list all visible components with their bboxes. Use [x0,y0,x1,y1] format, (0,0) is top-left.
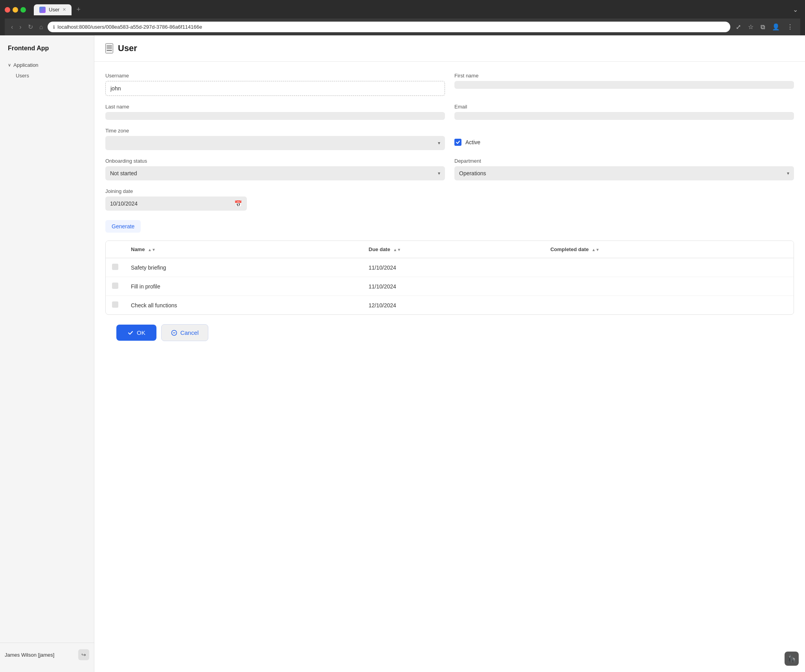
screenshot-button[interactable]: ⤢ [733,22,743,32]
sidebar-user-label: James Wilson [james] [5,652,54,658]
joining-date-label: Joining date [105,188,247,194]
address-bar[interactable]: ℹ localhost:8080/users/008ea583-a55d-297… [48,22,730,32]
traffic-light-yellow[interactable] [13,7,18,13]
onboarding-label: Onboarding status [105,158,445,164]
row-due-date-0: 11/10/2024 [362,258,544,277]
sidebar-item-users[interactable]: Users [5,70,89,81]
joining-date-input[interactable] [105,196,247,211]
lastname-label: Last name [105,104,445,110]
logout-button[interactable]: ↪ [78,649,89,660]
new-tab-button[interactable]: + [73,4,84,15]
name-sort-icon[interactable]: ▲▼ [148,248,156,252]
menu-icon: ☰ [106,44,112,52]
form-row-3: Time zone ▾ [105,128,794,150]
row-checkbox-cell [106,296,125,315]
firstname-input[interactable] [454,81,794,89]
onboarding-select[interactable]: Not started In progress Completed [105,166,445,180]
calendar-icon[interactable]: 📅 [234,200,242,207]
firstname-group: First name [454,73,794,96]
table-row: Fill in profile 11/10/2024 [106,277,794,296]
row-name-0: Safety briefing [125,258,362,277]
col-due-date-header[interactable]: Due date ▲▼ [362,241,544,258]
table-header-row: Name ▲▼ Due date ▲▼ Completed date ▲▼ [106,241,794,258]
sidebar-item-users-label: Users [16,73,29,79]
email-label: Email [454,104,794,110]
sidebar-section-label: Application [13,62,39,68]
active-group: Active [454,128,794,150]
traffic-light-red[interactable] [5,7,10,13]
ok-check-icon [127,330,134,336]
cancel-button[interactable]: Cancel [161,324,209,341]
back-button[interactable]: ‹ [9,22,15,32]
row-due-date-1: 11/10/2024 [362,277,544,296]
menu-dots-button[interactable]: ⋮ [785,22,796,32]
row-name-2: Check all functions [125,296,362,315]
timezone-select[interactable] [105,136,445,150]
due-date-sort-icon[interactable]: ▲▼ [393,248,401,252]
timezone-select-wrapper: ▾ [105,136,445,150]
timezone-group: Time zone ▾ [105,128,445,150]
col-name-header[interactable]: Name ▲▼ [125,241,362,258]
generate-btn-wrapper: Generate [105,218,794,233]
active-checkbox-group: Active [454,128,794,146]
profile-button[interactable]: 👤 [770,22,782,32]
row-checkbox-0[interactable] [112,264,118,270]
url-text: localhost:8080/users/008ea583-a55d-297d-… [57,24,202,30]
gorilla-icon[interactable]: 🦍 [785,652,799,666]
reload-button[interactable]: ↻ [26,22,35,32]
row-checkbox-1[interactable] [112,283,118,289]
firstname-label: First name [454,73,794,79]
sidebar: Frontend App ∨ Application Users James W… [0,35,94,672]
tasks-table-section: Name ▲▼ Due date ▲▼ Completed date ▲▼ [105,241,794,315]
username-input[interactable] [105,81,445,96]
joining-date-input-wrapper: 📅 [105,196,247,211]
form-row-2: Last name Email [105,104,794,120]
lastname-group: Last name [105,104,445,120]
row-checkbox-cell [106,277,125,296]
active-label: Active [465,139,480,145]
tab-title: User [49,7,59,13]
row-checkbox-2[interactable] [112,301,118,308]
main-header: ☰ User [94,35,805,62]
form-row-5: Joining date 📅 [105,188,794,211]
form-row-4: Onboarding status Not started In progres… [105,158,794,180]
sidebar-footer: James Wilson [james] ↪ [0,643,94,666]
extensions-button[interactable]: ⧉ [758,22,767,32]
department-label: Department [454,158,794,164]
ok-button[interactable]: OK [116,325,156,341]
sidebar-section-application[interactable]: ∨ Application [5,60,89,70]
tab-menu-button[interactable]: ⌄ [790,4,800,15]
browser-tab[interactable]: User ✕ [34,4,72,15]
hamburger-button[interactable]: ☰ [105,43,113,53]
completed-date-sort-icon[interactable]: ▲▼ [592,248,599,252]
footer-actions: OK Cancel [105,315,794,351]
col-checkbox [106,241,125,258]
main-content: ☰ User Username First name Last name [94,35,805,672]
lock-icon: ℹ [53,24,55,30]
tab-close-button[interactable]: ✕ [62,7,66,12]
onboarding-select-wrapper: Not started In progress Completed ▾ [105,166,445,180]
col-completed-date-header[interactable]: Completed date ▲▼ [544,241,794,258]
email-input[interactable] [454,112,794,120]
table-row: Check all functions 12/10/2024 [106,296,794,315]
row-completed-date-0 [544,258,794,277]
table-row: Safety briefing 11/10/2024 [106,258,794,277]
traffic-light-green[interactable] [20,7,26,13]
joining-date-group: Joining date 📅 [105,188,247,211]
department-group: Department Operations HR Engineering Mar… [454,158,794,180]
generate-button[interactable]: Generate [105,220,141,233]
department-select-wrapper: Operations HR Engineering Marketing ▾ [454,166,794,180]
app-title: Frontend App [0,42,94,60]
cancel-circle-icon [171,330,177,336]
timezone-label: Time zone [105,128,445,134]
lastname-input[interactable] [105,112,445,120]
email-group: Email [454,104,794,120]
chevron-down-icon: ∨ [8,62,11,68]
bookmark-button[interactable]: ☆ [746,22,756,32]
home-button[interactable]: ⌂ [38,22,45,32]
logout-icon: ↪ [81,652,86,658]
row-name-1: Fill in profile [125,277,362,296]
active-checkbox[interactable] [454,139,461,146]
department-select[interactable]: Operations HR Engineering Marketing [454,166,794,180]
forward-button[interactable]: › [18,22,23,32]
